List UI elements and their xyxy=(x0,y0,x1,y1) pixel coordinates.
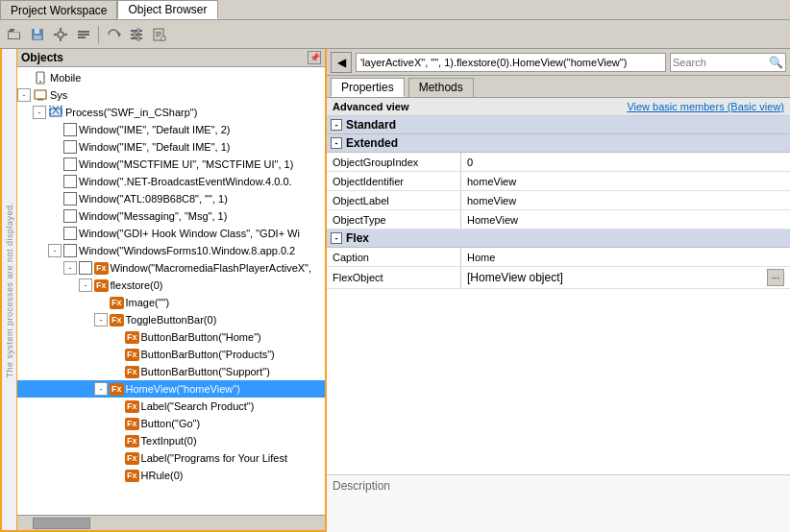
prop-row-objecttype: ObjectType HomeView xyxy=(327,210,790,230)
svg-rect-7 xyxy=(35,29,39,34)
search-icon[interactable]: 🔍 xyxy=(769,56,783,69)
description-area: Description xyxy=(327,474,790,532)
tree-item-text: Window("GDI+ Hook Window Class", "GDI+ W… xyxy=(79,228,300,239)
horizontal-scroll-thumb[interactable] xyxy=(33,518,90,529)
tree-item-togglebar[interactable]: -FxToggleButtonBar(0) xyxy=(17,311,325,328)
right-panel: ◀ 'layerActiveX", "", 1).flexstore(0).Ho… xyxy=(327,49,790,532)
tree-item-text: flexstore(0) xyxy=(111,279,163,291)
tree-item-w8[interactable]: -Window("WindowsForms10.Window.8.app.0.2 xyxy=(17,242,325,259)
checkbox-icon xyxy=(63,227,77,240)
tree-item-text: Image("") xyxy=(126,297,170,308)
toolbar-separator xyxy=(98,26,99,43)
tree-item-w4[interactable]: Window(".NET-BroadcastEventWindow.4.0.0. xyxy=(17,173,325,190)
tree-item-macromedia[interactable]: -FxWindow("MacromediaFlashPlayerActiveX"… xyxy=(17,259,325,277)
tree-item-homeview[interactable]: -FxHomeView("homeView") xyxy=(17,380,325,398)
prop-name: ObjectGroupIndex xyxy=(327,153,461,171)
svg-text:EXE: EXE xyxy=(49,106,62,117)
tree-item-w5[interactable]: Window("ATL:089B68C8", "", 1) xyxy=(17,190,325,207)
tree-item-text: Window("MacromediaFlashPlayerActiveX", xyxy=(111,262,312,274)
tree-item-btn_go[interactable]: FxButton("Go") xyxy=(17,415,325,432)
tree-item-w7[interactable]: Window("GDI+ Hook Window Class", "GDI+ W… xyxy=(17,225,325,242)
tree-container[interactable]: Mobile-Sys-EXEProcess("SWF_in_CSharp")Wi… xyxy=(17,67,325,515)
header-buttons: 📌 xyxy=(308,51,321,64)
props-header: Advanced view View basic members (Basic … xyxy=(327,98,790,116)
description-label: Description xyxy=(333,479,390,493)
tree-item-text: Label("Programs for Your Lifest xyxy=(141,452,288,464)
section-expand-extended[interactable]: - xyxy=(331,137,342,149)
tree-item-textinput[interactable]: FxTextInput(0) xyxy=(17,432,325,449)
prop-value: homeView xyxy=(461,172,790,190)
save-button[interactable] xyxy=(27,24,48,45)
settings-button[interactable] xyxy=(50,24,71,45)
search-box[interactable]: 🔍 xyxy=(670,53,786,72)
svg-point-31 xyxy=(39,81,41,83)
fx-badge: Fx xyxy=(110,297,124,309)
tree-item-text: ButtonBarButton("Home") xyxy=(141,331,261,343)
svg-marker-17 xyxy=(117,31,121,36)
svg-rect-12 xyxy=(54,34,57,36)
expand-btn[interactable]: - xyxy=(79,278,92,292)
tab-label: Project Workspace xyxy=(11,4,107,17)
expand-btn[interactable]: - xyxy=(48,244,62,257)
expand-btn[interactable]: - xyxy=(94,382,108,396)
tree-item-image[interactable]: FxImage("") xyxy=(17,294,325,311)
tree-item-process[interactable]: -EXEProcess("SWF_in_CSharp") xyxy=(17,104,325,121)
checkbox-icon xyxy=(63,192,77,206)
prop-value: [HomeView object] ··· xyxy=(461,267,790,288)
svg-rect-22 xyxy=(134,33,136,36)
tree-item-label_programs[interactable]: FxLabel("Programs for Your Lifest xyxy=(17,449,325,467)
expand-btn[interactable]: - xyxy=(94,313,108,326)
export-button[interactable] xyxy=(149,24,170,45)
tree-item-text: Window("MSCTFIME UI", "MSCTFIME UI", 1) xyxy=(79,158,293,170)
fx-badge: Fx xyxy=(125,349,139,361)
fx-badge: Fx xyxy=(94,262,109,275)
tab-properties[interactable]: Properties xyxy=(331,78,405,97)
prop-name: Caption xyxy=(327,248,461,266)
section-standard[interactable]: - Standard xyxy=(327,116,790,134)
checkbox-icon xyxy=(63,244,77,257)
checkbox-icon xyxy=(63,157,77,171)
tree-item-w2[interactable]: Window("IME", "Default IME", 1) xyxy=(17,138,325,156)
tab-project-workspace[interactable]: Project Workspace xyxy=(0,0,117,19)
tab-methods[interactable]: Methods xyxy=(408,78,474,97)
tree-item-label_search[interactable]: FxLabel("Search Product") xyxy=(17,398,325,415)
section-expand-standard[interactable]: - xyxy=(331,119,342,131)
tree-item-btn_home[interactable]: FxButtonBarButton("Home") xyxy=(17,328,325,346)
objects-header-label: Objects xyxy=(21,51,63,64)
tree-item-btn_products[interactable]: FxButtonBarButton("Products") xyxy=(17,346,325,363)
tree-item-text: Window("IME", "Default IME", 2) xyxy=(79,124,230,135)
open-button[interactable] xyxy=(4,24,25,45)
tree-item-text: Process("SWF_in_CSharp") xyxy=(65,107,197,118)
tree-item-btn_support[interactable]: FxButtonBarButton("Support") xyxy=(17,363,325,380)
tree-item-w3[interactable]: Window("MSCTFIME UI", "MSCTFIME UI", 1) xyxy=(17,156,325,173)
section-flex[interactable]: - Flex xyxy=(327,230,790,248)
bottom-scrollbar[interactable] xyxy=(17,515,325,530)
tree-item-w6[interactable]: Window("Messaging", "Msg", 1) xyxy=(17,207,325,225)
basic-view-link[interactable]: View basic members (Basic view) xyxy=(627,101,784,112)
expand-btn[interactable]: - xyxy=(17,88,31,102)
config-button[interactable] xyxy=(126,24,147,45)
tab-object-browser[interactable]: Object Browser xyxy=(117,0,217,19)
flexobject-edit-button[interactable]: ··· xyxy=(767,269,784,286)
tree-item-w1[interactable]: Window("IME", "Default IME", 2) xyxy=(17,121,325,138)
section-extended[interactable]: - Extended xyxy=(327,134,790,153)
fx-badge: Fx xyxy=(125,452,139,465)
tree-item-flexstore[interactable]: -Fxflexstore(0) xyxy=(17,277,325,294)
sys-icon xyxy=(33,87,48,103)
checkbox-icon xyxy=(63,175,77,188)
refresh-button[interactable] xyxy=(103,24,124,45)
expand-btn[interactable]: - xyxy=(63,261,77,275)
back-button[interactable]: ◀ xyxy=(331,52,352,73)
fx-badge: Fx xyxy=(94,279,109,292)
prop-row-caption: Caption Home xyxy=(327,248,790,267)
tree-item-mobile[interactable]: Mobile xyxy=(17,69,325,86)
section-expand-flex[interactable]: - xyxy=(331,232,342,244)
tree-item-sys[interactable]: -Sys xyxy=(17,86,325,104)
view-button[interactable] xyxy=(73,24,94,45)
expand-btn[interactable]: - xyxy=(33,106,46,119)
tree-item-hrule[interactable]: FxHRule(0) xyxy=(17,467,325,484)
pin-button[interactable]: 📌 xyxy=(308,51,321,64)
props-tabs: Properties Methods xyxy=(327,76,790,98)
prop-name: ObjectLabel xyxy=(327,191,461,209)
search-input[interactable] xyxy=(673,57,769,68)
